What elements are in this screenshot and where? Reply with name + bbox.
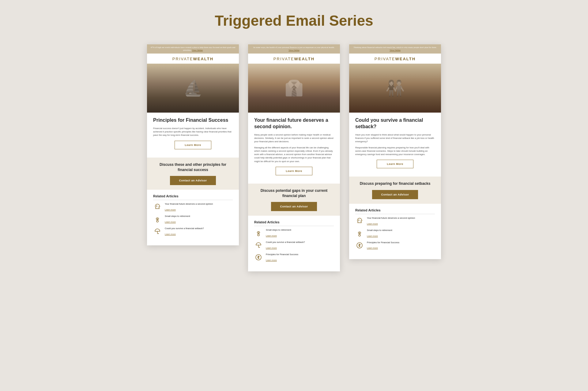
article-name-1-2: Small steps to retirement bbox=[165, 215, 233, 218]
article-item-2-3: Principles for Financial Success Learn m… bbox=[254, 253, 334, 262]
article-item-3-3: Principles for Financial Success Learn m… bbox=[355, 241, 435, 250]
learn-more-button-2[interactable]: Learn More bbox=[276, 167, 312, 175]
svg-point-1 bbox=[156, 220, 158, 222]
emails-container: 47% of high net worth individuals have c… bbox=[147, 44, 441, 271]
view-online-link-3[interactable]: View Online bbox=[390, 49, 401, 51]
view-online-link-1[interactable]: View Online bbox=[192, 49, 203, 51]
cta-title-3: Discuss preparing for financial setbacks bbox=[355, 181, 435, 186]
umbrella-icon-1 bbox=[153, 227, 162, 236]
article-text-3-1: Your financial future deserves a second … bbox=[367, 217, 435, 226]
article-name-3-1: Your financial future deserves a second … bbox=[367, 217, 435, 220]
email-body-2: Your financial future deserves a second … bbox=[248, 113, 340, 184]
email-hero-2 bbox=[248, 64, 340, 113]
learn-more-button-3[interactable]: Learn More bbox=[377, 160, 413, 168]
article-item-1-2: Small steps to retirement Learn more bbox=[153, 215, 233, 224]
email-banner-2: In some ways, the health of your persona… bbox=[248, 44, 340, 54]
article-link-2-3[interactable]: Learn more bbox=[266, 259, 277, 261]
umbrella-icon-2 bbox=[254, 241, 263, 249]
learn-more-button-1[interactable]: Learn More bbox=[175, 141, 211, 149]
email-card-3: Thinking about financial setbacks isn't … bbox=[349, 44, 441, 259]
email-banner-3: Thinking about financial setbacks isn't … bbox=[349, 44, 441, 54]
article-link-1-2[interactable]: Learn more bbox=[165, 221, 176, 223]
article-text-3-3: Principles for Financial Success Learn m… bbox=[367, 241, 435, 250]
cta-title-2: Discuss potential gaps in your current f… bbox=[254, 188, 334, 199]
article-link-2-1[interactable]: Learn more bbox=[266, 235, 277, 237]
email-headline-2: Your financial future deserves a second … bbox=[254, 117, 334, 130]
related-articles-1: Related Articles Your financial future d… bbox=[147, 190, 239, 245]
article-text-2-2: Could you survive a financial setback? L… bbox=[266, 241, 334, 250]
article-text-1-3: Could you survive a financial setback? L… bbox=[165, 227, 233, 236]
email-card-2: In some ways, the health of your persona… bbox=[248, 44, 340, 271]
email-card-1: 47% of high net worth individuals have c… bbox=[147, 44, 239, 245]
article-name-3-2: Small steps to retirement bbox=[367, 229, 435, 232]
article-item-2-2: Could you survive a financial setback? L… bbox=[254, 241, 334, 250]
article-item-3-2: Small steps to retirement Learn more bbox=[355, 229, 435, 238]
email-body-text-1: Financial success doesn't just happen by… bbox=[153, 127, 233, 137]
view-online-link-2[interactable]: View Online bbox=[288, 49, 300, 51]
contact-advisor-button-2[interactable]: Contact an Advisor bbox=[271, 202, 317, 211]
article-item-1-3: Could you survive a financial setback? L… bbox=[153, 227, 233, 236]
email-body-text-2b: Managing all the different aspects of yo… bbox=[254, 146, 334, 163]
article-link-3-3[interactable]: Learn more bbox=[367, 247, 378, 249]
svg-point-0 bbox=[156, 206, 157, 207]
cta-box-2: Discuss potential gaps in your current f… bbox=[248, 184, 340, 216]
cta-box-3: Discuss preparing for financial setbacks… bbox=[349, 177, 441, 204]
email-body-text-2a: Many people seek a second opinion before… bbox=[254, 133, 334, 143]
article-item-3-1: Your financial future deserves a second … bbox=[355, 217, 435, 226]
related-articles-2: Related Articles Small steps to retireme… bbox=[248, 216, 340, 271]
article-text-2-1: Small steps to retirement Learn more bbox=[266, 229, 334, 238]
article-item-2-1: Small steps to retirement Learn more bbox=[254, 229, 334, 238]
article-name-1-1: Your financial future deserves a second … bbox=[165, 203, 233, 206]
article-item-1-1: Your financial future deserves a second … bbox=[153, 203, 233, 212]
related-articles-title-1: Related Articles bbox=[153, 194, 233, 200]
email-logo-2: PRIVATEWEALTH bbox=[248, 54, 340, 64]
article-name-3-3: Principles for Financial Success bbox=[367, 241, 435, 244]
email-hero-1 bbox=[147, 64, 239, 113]
article-link-3-2[interactable]: Learn more bbox=[367, 235, 378, 237]
article-name-2-3: Principles for Financial Success bbox=[266, 253, 334, 256]
article-text-1-1: Your financial future deserves a second … bbox=[165, 203, 233, 212]
contact-advisor-button-3[interactable]: Contact an Advisor bbox=[372, 190, 418, 199]
dollar-icon-2 bbox=[254, 253, 263, 262]
email-headline-3: Could you survive a financial setback? bbox=[355, 117, 435, 130]
article-link-1-1[interactable]: Learn more bbox=[165, 209, 176, 211]
pig-icon-1 bbox=[153, 203, 162, 211]
svg-point-6 bbox=[359, 220, 359, 221]
email-body-3: Could you survive a financial setback? H… bbox=[349, 113, 441, 177]
flag-icon-1 bbox=[153, 215, 162, 223]
email-body-1: Principles for Financial Success Financi… bbox=[147, 113, 239, 158]
article-name-2-1: Small steps to retirement bbox=[266, 229, 334, 232]
dollar-icon-3 bbox=[355, 241, 364, 250]
email-hero-3 bbox=[349, 64, 441, 113]
article-text-2-3: Principles for Financial Success Learn m… bbox=[266, 253, 334, 262]
contact-advisor-button-1[interactable]: Contact an Advisor bbox=[170, 176, 216, 185]
article-link-1-3[interactable]: Learn more bbox=[165, 233, 176, 235]
article-link-3-1[interactable]: Learn more bbox=[367, 223, 378, 225]
email-banner-1: 47% of high net worth individuals have c… bbox=[147, 44, 239, 54]
email-body-text-3b: Responsible financial planning requires … bbox=[355, 146, 435, 156]
svg-point-7 bbox=[359, 234, 360, 236]
article-link-2-2[interactable]: Learn more bbox=[266, 247, 277, 249]
email-logo-3: PRIVATEWEALTH bbox=[349, 54, 441, 64]
related-articles-title-2: Related Articles bbox=[254, 220, 334, 226]
related-articles-3: Related Articles Your financial future d… bbox=[349, 204, 441, 259]
cta-box-1: Discuss these and other principles for f… bbox=[147, 158, 239, 190]
related-articles-title-3: Related Articles bbox=[355, 208, 435, 214]
svg-point-3 bbox=[258, 234, 259, 236]
flag-icon-3 bbox=[355, 229, 364, 237]
email-headline-1: Principles for Financial Success bbox=[153, 117, 233, 124]
article-text-3-2: Small steps to retirement Learn more bbox=[367, 229, 435, 238]
pig-icon-3 bbox=[355, 217, 364, 225]
email-logo-1: PRIVATEWEALTH bbox=[147, 54, 239, 64]
cta-title-1: Discuss these and other principles for f… bbox=[153, 162, 233, 173]
article-name-2-2: Could you survive a financial setback? bbox=[266, 241, 334, 244]
email-body-text-3a: Have you ever stopped to think about wha… bbox=[355, 133, 435, 143]
page-title: Triggered Email Series bbox=[215, 12, 373, 29]
flag-icon-2 bbox=[254, 229, 263, 237]
article-text-1-2: Small steps to retirement Learn more bbox=[165, 215, 233, 224]
article-name-1-3: Could you survive a financial setback? bbox=[165, 227, 233, 230]
